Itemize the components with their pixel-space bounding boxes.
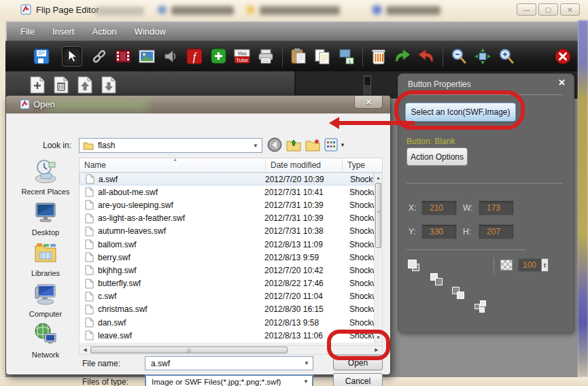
file-date: 2012/8/13 11:09 <box>264 240 349 249</box>
copy-icon[interactable] <box>312 46 332 67</box>
resize-grip[interactable]: ⋰ <box>377 383 384 386</box>
opacity-spinner[interactable]: ▲▼ <box>541 258 549 272</box>
file-row[interactable]: christmas.swf 2012/8/30 16:15 Shockw <box>80 303 374 316</box>
place-network[interactable]: Network <box>13 321 78 359</box>
background-tab-icon <box>373 5 381 14</box>
file-name-combo[interactable]: a.swf ▼ <box>145 356 313 370</box>
add-page-icon[interactable] <box>29 75 46 94</box>
file-row[interactable]: are-you-sleeping.swf 2012/7/31 10:39 Sho… <box>80 198 374 211</box>
look-in-combo[interactable]: flash ▼ <box>79 138 262 153</box>
paste-icon[interactable] <box>288 46 309 67</box>
file-name: dan.swf <box>98 318 264 328</box>
file-icon <box>86 174 95 184</box>
file-row[interactable]: a.swf 2012/7/20 10:39 Shockw <box>80 173 374 186</box>
delete-page-icon[interactable] <box>52 75 70 94</box>
scrollbar-thumb[interactable]: ≡ <box>375 183 381 248</box>
menu-insert[interactable]: Insert <box>52 27 75 37</box>
view-menu-dropdown-icon[interactable]: ▼ <box>340 142 345 148</box>
svg-text:You: You <box>237 50 247 56</box>
minimize-button[interactable]: — <box>517 3 536 16</box>
view-menu-icon[interactable] <box>324 138 338 154</box>
w-field[interactable]: 173 <box>479 200 514 215</box>
menu-file[interactable]: File <box>20 27 35 37</box>
file-date: 2012/8/13 9:59 <box>264 253 349 262</box>
panel-close-icon[interactable]: ✕ <box>558 77 566 88</box>
file-icon <box>85 200 94 210</box>
save-icon[interactable] <box>31 46 52 67</box>
files-of-type-combo[interactable]: Image or SWF Files(*.jpg;*.png;*.swf) ▼ <box>145 374 313 386</box>
up-one-level-icon[interactable] <box>286 137 302 155</box>
dropdown-arrow-icon[interactable]: ▼ <box>253 143 258 149</box>
computer-icon <box>33 281 58 306</box>
redo-icon[interactable] <box>392 46 413 67</box>
close-button[interactable]: ✕ <box>560 3 580 16</box>
place-desktop[interactable]: Desktop <box>13 199 78 236</box>
file-row[interactable]: ballom.swf 2012/8/13 11:09 Shockw <box>80 238 374 251</box>
scrollbar-thumb[interactable]: ||| <box>90 347 288 353</box>
menu-action[interactable]: Action <box>92 27 116 37</box>
zoom-in-icon[interactable] <box>496 46 517 67</box>
send-backward-icon[interactable] <box>474 300 489 313</box>
open-dialog-titlebar[interactable]: Open <box>6 96 390 113</box>
undo-icon[interactable] <box>416 46 436 67</box>
place-computer[interactable]: Computer <box>13 281 78 318</box>
audio-icon[interactable] <box>160 46 181 67</box>
transparency-icon[interactable] <box>500 260 513 270</box>
button-status-label: Button: Blank <box>407 137 455 146</box>
file-icon <box>85 292 94 302</box>
file-row[interactable]: butterfly.swf 2012/8/22 17:46 Shockw <box>80 277 374 290</box>
zoom-out-icon[interactable] <box>449 46 469 67</box>
column-header-type[interactable]: Type <box>343 158 374 172</box>
file-row[interactable]: dan.swf 2012/8/13 9:58 Shockw <box>80 316 374 329</box>
dropdown-arrow-icon[interactable]: ▼ <box>303 379 309 385</box>
bring-forward-icon[interactable] <box>451 286 466 300</box>
place-recent-places[interactable]: Recent Places <box>13 158 78 196</box>
fit-view-icon[interactable] <box>472 46 493 67</box>
file-icon <box>85 252 94 262</box>
video-icon[interactable] <box>113 46 133 67</box>
send-to-back-icon[interactable] <box>429 273 444 286</box>
add-icon[interactable] <box>208 46 228 67</box>
print-icon[interactable] <box>256 46 276 67</box>
copy-page-icon[interactable]: 1 <box>336 46 356 67</box>
x-field[interactable]: 210 <box>421 200 457 215</box>
divider <box>494 258 494 274</box>
dropdown-arrow-icon[interactable]: ▼ <box>304 360 309 366</box>
scroll-left-icon[interactable]: ◀ <box>81 346 89 354</box>
file-row[interactable]: autumn-leaves.swf 2012/7/31 10:38 Shockw <box>80 225 374 238</box>
vertical-scrollbar[interactable]: ▲ ≡ ▼ <box>374 173 383 343</box>
delete-icon[interactable] <box>368 46 389 67</box>
image-icon[interactable] <box>137 46 157 67</box>
select-tool-icon[interactable] <box>62 46 82 67</box>
svg-text:1: 1 <box>349 58 351 63</box>
file-date: 2012/7/20 10:42 <box>264 266 349 275</box>
back-icon[interactable] <box>267 137 282 155</box>
youtube-icon[interactable]: YouTube <box>232 46 252 67</box>
column-header-date-modified[interactable]: Date modified <box>266 158 343 172</box>
new-folder-icon[interactable] <box>305 137 321 155</box>
flash-icon[interactable]: f <box>184 46 205 67</box>
page-panel-scrollbar[interactable] <box>364 75 371 96</box>
exit-icon[interactable] <box>553 46 573 67</box>
opacity-value[interactable]: 100 <box>518 258 541 272</box>
link-icon[interactable] <box>89 46 109 67</box>
cancel-button[interactable]: Cancel <box>333 373 383 386</box>
file-row[interactable]: bkjhhg.swf 2012/7/20 10:42 Shockw <box>80 264 374 277</box>
h-field[interactable]: 207 <box>479 224 514 239</box>
file-row[interactable]: berry.swf 2012/8/13 9:59 Shockw <box>80 251 374 264</box>
file-row[interactable]: all-about-me.swf 2012/7/31 10:41 Shockw <box>80 186 374 198</box>
file-type: Shockw <box>349 240 374 249</box>
y-field[interactable]: 330 <box>421 224 457 239</box>
menu-window[interactable]: Window <box>135 27 166 37</box>
place-label: Recent Places <box>13 188 78 196</box>
file-row[interactable]: c.swf 2012/7/20 11:04 Shockw <box>80 290 374 303</box>
maximize-button[interactable]: ▢ <box>538 3 558 16</box>
action-options-button[interactable]: Action Options <box>407 147 468 166</box>
dialog-close-button[interactable]: ✕ <box>354 96 383 109</box>
scroll-up-icon[interactable]: ▲ <box>375 173 382 182</box>
place-libraries[interactable]: Libraries <box>13 240 78 277</box>
move-page-up-icon[interactable] <box>76 75 94 94</box>
file-row[interactable]: as-light-as-a-feather.swf 2012/7/31 10:3… <box>80 212 374 225</box>
bring-to-front-icon[interactable] <box>407 259 421 273</box>
move-page-down-icon[interactable] <box>100 75 118 94</box>
